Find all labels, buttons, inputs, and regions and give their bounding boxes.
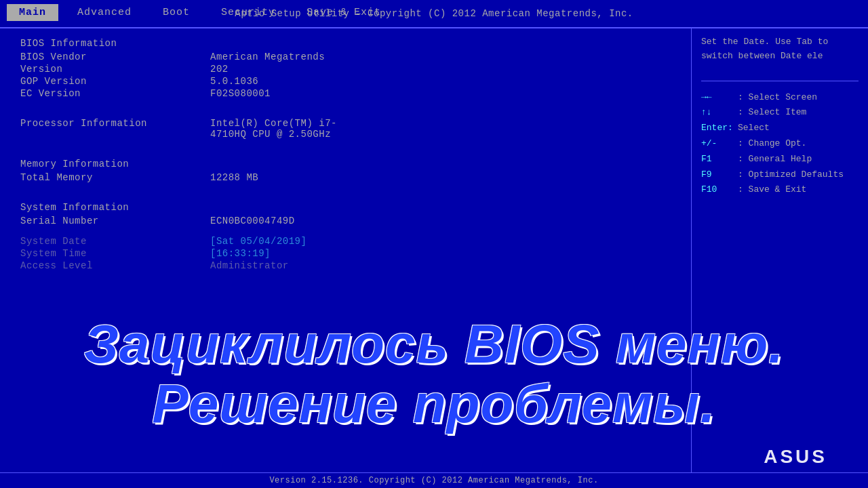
main-panel: BIOS Information BIOS Vendor American Me…	[0, 28, 692, 472]
key-enter: Enter:	[701, 121, 735, 136]
bios-version-value: 202	[210, 64, 229, 75]
system-date-label: System Date	[20, 236, 210, 247]
serial-number-label: Serial Number	[20, 216, 210, 226]
key-arrows-ud: ↑↓	[701, 106, 735, 120]
key-arrows-lr: →←	[701, 91, 735, 105]
key-select: Select	[738, 121, 770, 136]
nav-f10: F10 : Save & Exit	[701, 183, 859, 197]
bios-screen: Aptio Setup Utility – Copyright (C) 2012…	[0, 0, 868, 488]
gop-version-label: GOP Version	[20, 76, 210, 87]
bios-info-header: BIOS Information	[20, 38, 671, 49]
serial-number-value: ECN0BC0004749D	[210, 216, 295, 226]
key-f9: F9	[701, 168, 735, 182]
key-general-help: : General Help	[738, 152, 812, 167]
access-level-row: Access Level Administrator	[20, 260, 671, 271]
memory-info-section: Memory Information Total Memory 12288 MB	[20, 159, 671, 184]
asus-logo: ASUS	[764, 446, 827, 468]
key-f10: F10	[701, 183, 735, 197]
system-time-label: System Time	[20, 248, 210, 259]
system-info-header: System Information	[20, 202, 671, 213]
key-f1: F1	[701, 152, 735, 167]
key-plusminus: +/-	[701, 137, 735, 151]
system-time-value: [16:33:19]	[210, 248, 271, 259]
total-memory-label: Total Memory	[20, 172, 210, 183]
access-level-value: Administrator	[210, 260, 289, 271]
ec-version-row: EC Version F02S080001	[20, 88, 671, 99]
tab-main[interactable]: Main	[7, 4, 58, 21]
key-select-item: : Select Item	[738, 106, 806, 120]
header-row: Aptio Setup Utility – Copyright (C) 2012…	[0, 0, 868, 28]
key-select-screen: : Select Screen	[738, 91, 817, 105]
processor-info-row: Processor Information Intel(R) Core(TM) …	[20, 118, 671, 140]
nav-f9: F9 : Optimized Defaults	[701, 168, 859, 182]
bios-version-label: Version	[20, 64, 210, 75]
bios-vendor-label: BIOS Vendor	[20, 52, 210, 62]
processor-info-label: Processor Information	[20, 118, 210, 140]
bottom-bar: Version 2.15.1236. Copyright (C) 2012 Am…	[0, 472, 868, 488]
tab-boot[interactable]: Boot	[151, 4, 202, 21]
tab-security[interactable]: Security	[209, 4, 288, 21]
bottom-bar-text: Version 2.15.1236. Copyright (C) 2012 Am…	[269, 476, 598, 485]
system-date-value: [Sat 05/04/2019]	[210, 236, 307, 247]
nav-enter: Enter: Select	[701, 121, 859, 136]
gop-version-value: 5.0.1036	[210, 76, 258, 87]
ec-version-value: F02S080001	[210, 88, 271, 99]
tab-save-exit[interactable]: Save & Exit	[294, 4, 393, 21]
menu-tabs: Main Advanced Boot Security Save & Exit	[7, 4, 393, 21]
nav-change: +/- : Change Opt.	[701, 137, 859, 151]
ec-version-label: EC Version	[20, 88, 210, 99]
system-time-row[interactable]: System Time [16:33:19]	[20, 248, 671, 259]
memory-info-header: Memory Information	[20, 159, 671, 169]
nav-screen: →← : Select Screen	[701, 91, 859, 105]
processor-info-section: Processor Information Intel(R) Core(TM) …	[20, 118, 671, 141]
navigation-help: →← : Select Screen ↑↓ : Select Item Ente…	[701, 91, 859, 199]
bios-info-section: BIOS Information BIOS Vendor American Me…	[20, 38, 671, 100]
nav-f1: F1 : General Help	[701, 152, 859, 167]
key-change-opt: : Change Opt.	[738, 137, 806, 151]
content-area: BIOS Information BIOS Vendor American Me…	[0, 28, 868, 472]
tab-advanced[interactable]: Advanced	[65, 4, 144, 21]
key-opt-defaults: : Optimized Defaults	[738, 168, 844, 182]
gop-version-row: GOP Version 5.0.1036	[20, 76, 671, 87]
bios-vendor-value: American Megatrends	[210, 52, 325, 62]
side-help-text: Set the Date. Use Tab to switch between …	[701, 35, 859, 64]
nav-item: ↑↓ : Select Item	[701, 106, 859, 120]
serial-number-row: Serial Number ECN0BC0004749D	[20, 216, 671, 226]
side-panel: Set the Date. Use Tab to switch between …	[692, 28, 868, 472]
bios-vendor-row: BIOS Vendor American Megatrends	[20, 52, 671, 62]
system-info-section: System Information Serial Number ECN0BC0…	[20, 202, 671, 228]
total-memory-value: 12288 MB	[210, 172, 258, 183]
access-level-label: Access Level	[20, 260, 210, 271]
processor-info-value: Intel(R) Core(TM) i7-4710HQ CPU @ 2.50GH…	[210, 118, 337, 140]
system-date-row[interactable]: System Date [Sat 05/04/2019]	[20, 236, 671, 247]
bios-version-row: Version 202	[20, 64, 671, 75]
key-save-exit: : Save & Exit	[738, 183, 806, 197]
total-memory-row: Total Memory 12288 MB	[20, 172, 671, 183]
